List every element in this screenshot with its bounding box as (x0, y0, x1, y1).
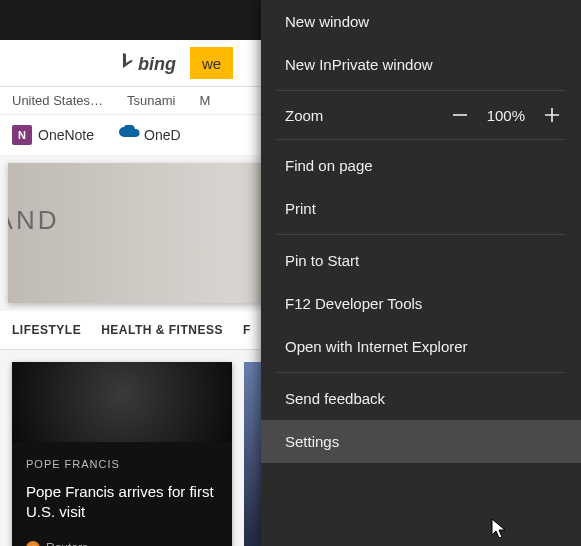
tab-item[interactable]: F (243, 323, 251, 337)
menu-separator (277, 90, 565, 91)
card-source: Reuters (26, 541, 88, 546)
menu-separator (277, 139, 565, 140)
card-tag: POPE FRANCIS (26, 458, 120, 470)
zoom-value: 100% (487, 107, 525, 124)
reuters-icon (26, 541, 40, 546)
app-onedrive[interactable]: OneD (118, 125, 181, 145)
menu-devtools[interactable]: F12 Developer Tools (261, 282, 581, 325)
zoom-label: Zoom (285, 107, 323, 124)
menu-zoom-row: Zoom 100% (261, 95, 581, 135)
menu-find[interactable]: Find on page (261, 144, 581, 187)
search-button[interactable]: we (190, 47, 233, 79)
menu-separator (277, 234, 565, 235)
zoom-in-button[interactable] (541, 105, 563, 125)
menu-new-inprivate[interactable]: New InPrivate window (261, 43, 581, 86)
menu-open-ie[interactable]: Open with Internet Explorer (261, 325, 581, 368)
search-engine-logo[interactable]: bing (120, 52, 176, 75)
more-menu: New window New InPrivate window Zoom 100… (261, 0, 581, 546)
menu-settings[interactable]: Settings (261, 420, 581, 463)
zoom-out-button[interactable] (449, 105, 471, 125)
onedrive-icon (118, 125, 138, 145)
hero-overlay-text: TY AND (8, 205, 59, 236)
news-card[interactable]: POPE FRANCIS Pope Francis arrives for fi… (12, 362, 232, 546)
menu-new-window[interactable]: New window (261, 0, 581, 43)
tab-health[interactable]: HEALTH & FITNESS (101, 323, 223, 337)
menu-feedback[interactable]: Send feedback (261, 377, 581, 420)
trending-item[interactable]: Tsunami (127, 93, 175, 108)
menu-separator (277, 372, 565, 373)
tab-lifestyle[interactable]: LIFESTYLE (12, 323, 81, 337)
cursor-icon (491, 518, 509, 540)
card-title: Pope Francis arrives for first U.S. visi… (26, 482, 218, 523)
trending-item[interactable]: M (199, 93, 210, 108)
app-onenote[interactable]: N OneNote (12, 125, 94, 145)
menu-print[interactable]: Print (261, 187, 581, 230)
app-label: OneNote (38, 127, 94, 143)
bing-icon (120, 52, 134, 75)
onenote-icon: N (12, 125, 32, 145)
app-label: OneD (144, 127, 181, 143)
card-image (12, 362, 232, 442)
menu-pin[interactable]: Pin to Start (261, 239, 581, 282)
trending-item[interactable]: United States… (12, 93, 103, 108)
